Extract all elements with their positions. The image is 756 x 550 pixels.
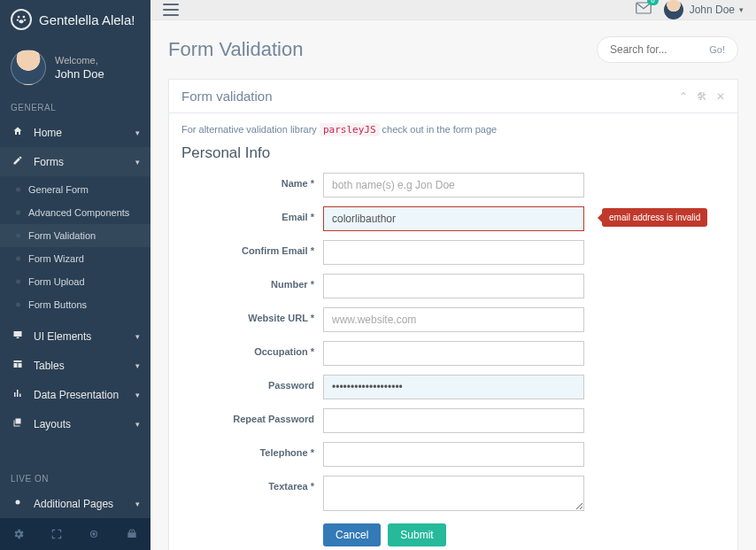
subnav-upload[interactable]: Form Upload [0,270,150,293]
subnav-validation[interactable]: Form Validation [0,224,150,247]
user-menu[interactable]: John Doe ▾ [664,0,744,19]
note: For alternative validation library parsl… [181,124,725,136]
close-icon[interactable]: ✕ [716,90,725,103]
panel: Form validation ⌃ 🛠 ✕ For alternative va… [168,79,738,550]
nav-layouts-label: Layouts [34,418,71,430]
chevron-down-icon: ▾ [135,128,140,137]
textarea-field[interactable] [323,476,584,511]
nav-ui[interactable]: UI Elements ▾ [0,321,150,351]
nav-additional[interactable]: Additional Pages ▾ [0,489,150,518]
search-go-button[interactable]: Go! [709,44,725,55]
label-password: Password [181,375,323,391]
svg-point-7 [93,533,95,535]
nav-ui-label: UI Elements [34,330,91,343]
nav-layouts[interactable]: Layouts ▾ [0,409,150,438]
label-repeat: Repeat Password [181,408,323,424]
chevron-down-icon: ▾ [135,361,140,370]
avatar [664,0,683,19]
repeat-password-field[interactable] [323,408,584,433]
subnav-advanced[interactable]: Advanced Components [0,201,150,224]
avatar [11,50,46,85]
settings-button[interactable] [0,518,38,550]
name-field[interactable] [323,173,584,198]
footer-bar [0,518,150,550]
search-input[interactable] [610,43,690,56]
label-textarea: Textarea * [181,476,323,492]
svg-point-3 [24,19,26,20]
logout-button[interactable] [113,518,151,550]
nav-tables[interactable]: Tables ▾ [0,351,150,380]
main: 6 John Doe ▾ Form Validation Go! Form va… [150,0,756,550]
email-error: email address is invalid [602,208,707,227]
cancel-button[interactable]: Cancel [323,523,381,546]
section-general: GENERAL [0,97,150,118]
forms-subnav: General Form Advanced Components Form Va… [0,176,150,321]
svg-point-5 [16,500,20,505]
subnav-buttons[interactable]: Form Buttons [0,293,150,316]
password-field[interactable] [323,375,584,399]
profile-name: John Doe [55,67,104,81]
paw-icon [11,9,32,30]
website-field[interactable] [323,307,584,332]
desktop-icon [11,329,25,343]
nav-forms[interactable]: Forms ▾ [0,147,150,176]
label-name: Name * [181,173,323,189]
occupation-field[interactable] [323,341,584,366]
brand[interactable]: Gentelella Alela! [0,0,150,39]
chevron-down-icon: ▾ [135,332,140,341]
svg-point-1 [23,16,26,19]
label-confirm: Confirm Email * [181,240,323,256]
nav-home-label: Home [34,127,62,139]
wrench-icon[interactable]: 🛠 [697,90,707,103]
nav-forms-label: Forms [34,156,64,168]
nav-home[interactable]: Home ▾ [0,118,150,147]
label-number: Number * [181,274,323,290]
section-title: Personal Info [181,144,725,162]
edit-icon [11,155,25,168]
sidebar: Gentelella Alela! Welcome, John Doe GENE… [0,0,150,550]
label-email: Email * [181,206,323,222]
profile-block: Welcome, John Doe [0,39,150,97]
table-icon [11,359,25,372]
subnav-general-form[interactable]: General Form [0,178,150,201]
search-box[interactable]: Go! [597,36,738,63]
number-field[interactable] [323,274,584,298]
page-title: Form Validation [168,38,303,61]
lock-button[interactable] [75,518,113,550]
home-icon [11,126,25,139]
label-website: Website URL * [181,307,323,323]
label-telephone: Telephone * [181,442,323,458]
section-liveon: LIVE ON [0,469,150,489]
page-head: Form Validation Go! [150,20,756,72]
clone-icon [11,417,25,430]
svg-point-4 [19,19,23,23]
subnav-wizard[interactable]: Form Wizard [0,247,150,270]
chart-icon [11,388,25,401]
topbar: 6 John Doe ▾ [150,0,756,20]
email-field[interactable] [323,206,584,231]
fullscreen-button[interactable] [38,518,76,550]
label-occupation: Occupation * [181,341,323,357]
chevron-down-icon: ▾ [739,5,744,14]
notifications-badge: 6 [647,0,658,5]
confirm-email-field[interactable] [323,240,584,265]
welcome-text: Welcome, [55,55,104,66]
nav-data[interactable]: Data Presentation ▾ [0,380,150,409]
chevron-down-icon: ▾ [135,420,140,429]
nav-additional-label: Additional Pages [34,498,113,510]
collapse-icon[interactable]: ⌃ [679,90,688,103]
brand-title: Gentelella Alela! [39,12,135,27]
menu-toggle-icon[interactable] [163,4,179,16]
chevron-down-icon: ▾ [135,391,140,399]
chevron-down-icon: ▾ [135,158,140,167]
svg-point-0 [18,16,20,19]
svg-point-2 [17,19,19,20]
panel-title: Form validation [181,89,273,104]
nav-tables-label: Tables [34,360,65,372]
nav-data-label: Data Presentation [34,389,119,401]
telephone-field[interactable] [323,442,584,467]
bug-icon [11,497,25,510]
chevron-down-icon: ▾ [135,500,140,508]
submit-button[interactable]: Submit [388,523,445,546]
notifications-button[interactable]: 6 [636,2,652,18]
